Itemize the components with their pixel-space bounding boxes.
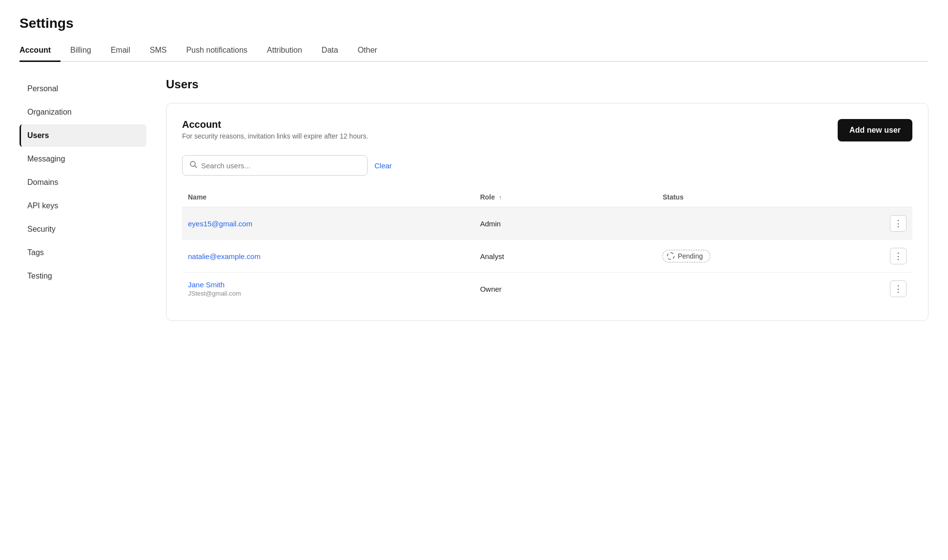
sidebar-item-messaging[interactable]: Messaging <box>20 148 146 170</box>
page-wrapper: Settings Account Billing Email SMS Push … <box>0 0 948 560</box>
table-header-row: Name Role ↑ Status <box>182 189 912 207</box>
search-row: Clear <box>182 155 912 176</box>
row-actions-button[interactable]: ⋮ <box>890 280 907 297</box>
user-status-cell <box>657 273 839 305</box>
sidebar-item-security[interactable]: Security <box>20 218 146 240</box>
card-header-text: Account For security reasons, invitation… <box>182 119 368 140</box>
col-header-status: Status <box>657 189 839 207</box>
top-tabs-nav: Account Billing Email SMS Push notificat… <box>20 41 928 62</box>
status-badge: Pending <box>662 250 710 262</box>
card-account-desc: For security reasons, invitation links w… <box>182 132 368 140</box>
sidebar-item-organization[interactable]: Organization <box>20 101 146 123</box>
content-title: Users <box>166 78 928 91</box>
users-card: Account For security reasons, invitation… <box>166 103 928 321</box>
users-table: Name Role ↑ Status <box>182 189 912 305</box>
tab-account[interactable]: Account <box>20 41 61 62</box>
search-icon <box>189 160 197 170</box>
content-area: Users Account For security reasons, invi… <box>156 78 928 321</box>
col-header-name: Name <box>182 189 474 207</box>
user-actions-cell: ⋮ <box>839 273 912 305</box>
user-identifier[interactable]: eyes15@gmail.com <box>188 220 252 228</box>
sidebar-item-testing[interactable]: Testing <box>20 265 146 287</box>
pending-dot-icon <box>667 252 675 260</box>
user-actions-cell: ⋮ <box>839 240 912 273</box>
card-account-title: Account <box>182 119 368 130</box>
role-sort-arrow: ↑ <box>499 194 502 201</box>
col-header-role[interactable]: Role ↑ <box>474 189 657 207</box>
user-name-cell: eyes15@gmail.com <box>182 207 474 240</box>
user-status-cell <box>657 207 839 240</box>
sidebar-item-users[interactable]: Users <box>20 124 146 147</box>
row-actions-button[interactable]: ⋮ <box>890 248 907 264</box>
user-name-cell: natalie@example.com <box>182 240 474 273</box>
sidebar-item-tags[interactable]: Tags <box>20 241 146 264</box>
add-new-user-button[interactable]: Add new user <box>838 119 912 141</box>
table-row: Jane Smith JStest@gmail.com Owner ⋮ <box>182 273 912 305</box>
sidebar-item-domains[interactable]: Domains <box>20 171 146 194</box>
user-role-cell: Analyst <box>474 240 657 273</box>
user-name-cell: Jane Smith JStest@gmail.com <box>182 273 474 305</box>
table-row: natalie@example.com Analyst Pending <box>182 240 912 273</box>
row-actions-button[interactable]: ⋮ <box>890 215 907 232</box>
col-header-actions <box>839 189 912 207</box>
tab-billing[interactable]: Billing <box>61 41 101 62</box>
user-subtext: JStest@gmail.com <box>188 290 468 297</box>
user-role-cell: Admin <box>474 207 657 240</box>
tab-sms[interactable]: SMS <box>140 41 177 62</box>
table-row: eyes15@gmail.com Admin ⋮ <box>182 207 912 240</box>
user-identifier[interactable]: Jane Smith <box>188 280 468 289</box>
search-input[interactable] <box>201 161 360 170</box>
user-identifier[interactable]: natalie@example.com <box>188 252 261 260</box>
tab-other[interactable]: Other <box>348 41 387 62</box>
main-layout: Personal Organization Users Messaging Do… <box>20 78 928 321</box>
sidebar-item-api-keys[interactable]: API keys <box>20 195 146 217</box>
page-title: Settings <box>20 16 928 31</box>
sidebar-item-personal[interactable]: Personal <box>20 78 146 100</box>
tab-push[interactable]: Push notifications <box>176 41 257 62</box>
user-role-cell: Owner <box>474 273 657 305</box>
user-status-cell: Pending <box>657 240 839 273</box>
tab-email[interactable]: Email <box>101 41 140 62</box>
svg-line-1 <box>195 166 197 168</box>
sidebar: Personal Organization Users Messaging Do… <box>20 78 156 321</box>
tab-data[interactable]: Data <box>312 41 348 62</box>
tab-attribution[interactable]: Attribution <box>257 41 312 62</box>
search-box-container <box>182 155 368 176</box>
clear-search-button[interactable]: Clear <box>374 161 392 170</box>
user-actions-cell: ⋮ <box>839 207 912 240</box>
card-header: Account For security reasons, invitation… <box>182 119 912 141</box>
